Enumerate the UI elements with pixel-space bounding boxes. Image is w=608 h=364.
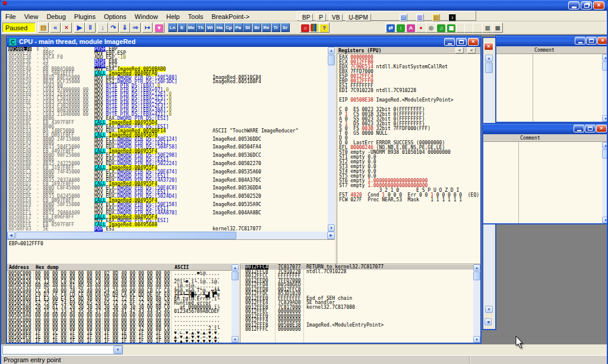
disassembly-pane[interactable]: 00508E38$55PUSH EBP00508E39.8BECMOV EBP,… — [7, 47, 328, 232]
green-window-icon[interactable]: ▦ — [446, 23, 457, 33]
comment-list[interactable]: ▲ ▼ — [483, 142, 607, 223]
menu-item-options[interactable]: Options — [100, 12, 131, 22]
minimize-icon[interactable] — [444, 38, 455, 46]
menu-item-view[interactable]: View — [20, 12, 43, 22]
minimize-icon[interactable] — [575, 37, 585, 45]
disasm-row[interactable]: 00508E3B.83C4 F0ADD ESP,-10 — [7, 55, 328, 59]
stack-row[interactable]: 0012FFEC00000000 — [240, 309, 473, 314]
help-icon[interactable]: ? — [319, 23, 330, 33]
pane-button-st[interactable]: St — [243, 23, 252, 32]
plugin-button-bp[interactable]: BP — [299, 14, 313, 21]
pane-button-wi[interactable]: Wi — [205, 23, 214, 32]
spiral-icon[interactable]: ◎ — [426, 23, 436, 33]
minimize-button[interactable] — [568, 1, 580, 10]
menu-item-help[interactable]: Help — [162, 12, 184, 22]
return-icon[interactable]: ↦ — [142, 23, 153, 33]
window-titlebar[interactable]: × — [483, 124, 607, 134]
comment-column-header[interactable]: Comment — [520, 135, 540, 141]
plugin-button-p[interactable]: P — [316, 14, 326, 21]
open-file-icon[interactable]: ▤ — [38, 23, 49, 33]
pane-button-cp[interactable]: Cp — [224, 23, 233, 32]
menu-item-breakpoint[interactable]: BreakPoint-> — [207, 12, 254, 22]
comment-column-header[interactable]: Comment — [534, 48, 555, 53]
maximize-icon[interactable] — [456, 38, 467, 46]
dump-pane[interactable]: 0050C00000 00 00 0000 00 00 0002 8D 40 0… — [7, 264, 239, 343]
stack-row[interactable]: 0012FFD80012FFC8 — [240, 287, 473, 292]
close-program-icon[interactable]: × — [61, 23, 72, 33]
close-icon[interactable]: × — [484, 43, 493, 50]
stack-row[interactable]: 0012FFD07FFD7000 — [240, 278, 473, 283]
disasm-row[interactable]: 00508EFE.E8 8597F8FFCALL ImageRed.004956… — [7, 223, 328, 227]
scrollbar[interactable]: ▲ ▼ — [602, 54, 607, 122]
command-combobox[interactable]: ▼ — [2, 345, 123, 354]
pane-button-ln[interactable]: Ln — [168, 23, 177, 32]
disasm-vscrollbar[interactable]: ▲ ▼ — [328, 47, 335, 232]
layout-columns-icon[interactable]: ▥ — [482, 23, 493, 33]
animate-into-icon[interactable]: ⇓ — [119, 23, 130, 33]
menu-item-plugins[interactable]: Plugins — [70, 12, 100, 22]
green-note-icon[interactable]: ♫ — [436, 23, 446, 33]
pane-button-br[interactable]: Br — [252, 23, 261, 32]
chevron-left-icon[interactable]: < — [455, 48, 464, 53]
pane-button-pa[interactable]: Pa — [234, 23, 243, 32]
stack-row[interactable]: 0012FFDC853D1020 — [240, 292, 473, 296]
disasm-row[interactable]: 00508F03.5EPOP ESIkernel32.7C817077 — [7, 227, 328, 231]
step-over-icon[interactable]: ↷ — [108, 23, 119, 33]
stack-row[interactable]: 0012FFF800508E38ImageRed.<ModuleEntryPoi… — [240, 323, 473, 328]
pane-button-re[interactable]: Re — [262, 23, 271, 32]
notes-icon[interactable]: ▤ — [400, 14, 407, 21]
stack-row[interactable]: 0012FFE47C839AD8SE handler — [240, 300, 473, 305]
scrollbar[interactable]: ▲ ▼ — [602, 142, 607, 223]
chevron-left-icon[interactable]: < — [467, 48, 476, 53]
stack-row[interactable]: 0012FFF000000000 — [240, 314, 473, 319]
stack-row[interactable]: 0012FFFC00000000 — [240, 327, 473, 332]
pane-button-th[interactable]: Th — [196, 23, 205, 32]
column-headers[interactable]: Comment — [483, 134, 607, 142]
pause-icon[interactable]: ‖ — [85, 23, 96, 33]
close-icon[interactable]: × — [597, 37, 607, 45]
pane-button-e[interactable]: E — [178, 23, 186, 32]
run-icon[interactable]: ▶ — [74, 23, 85, 33]
stack-row[interactable]: 0012FFD48054B6ED — [240, 283, 473, 287]
disasm-hscrollbar[interactable]: ◀ ▶ — [7, 232, 335, 239]
menu-item-debug[interactable]: Debug — [42, 12, 69, 22]
plugin-button-vb[interactable]: VB — [329, 14, 343, 21]
pane-button-ha[interactable]: Ha — [215, 23, 224, 32]
maximize-icon[interactable] — [585, 125, 596, 132]
log-icon[interactable]: ▥ — [416, 14, 424, 21]
layout-mixed-icon[interactable]: ▩ — [492, 23, 503, 33]
cpu-titlebar[interactable]: CCPU - main thread, module ImageRed × — [7, 37, 480, 47]
pane-button-sr[interactable]: Sr — [281, 23, 290, 32]
chevron-down-icon[interactable]: ▼ — [113, 346, 122, 354]
stack-row[interactable]: 0012FFE87C817080kernel32.7C817080 — [240, 305, 473, 310]
dump-row[interactable]: 0050C1001F 00 1E 001F 00 1F 001F 00 1F 0… — [7, 339, 239, 343]
swap-arrows-icon[interactable]: ⇄ — [385, 23, 396, 33]
scroll-left-icon[interactable]: ◀ — [484, 318, 492, 325]
breakpoint-pink-icon[interactable]: ▼ — [154, 23, 164, 33]
step-into-icon[interactable]: ↓ — [97, 23, 108, 33]
stack-pane[interactable]: 0012FFC47C817077RETURN to kernel32.7C817… — [240, 264, 480, 343]
disasm-row[interactable]: 00508E38$55PUSH EBP — [7, 47, 328, 51]
stack-row[interactable]: 0012FFE0FFFFFFFFEnd of SEH chain — [240, 296, 473, 301]
restart-icon[interactable]: « — [50, 23, 61, 33]
window-titlebar[interactable]: × — [496, 36, 607, 46]
animate-over-icon[interactable]: ⇒ — [130, 23, 141, 33]
stack-vscrollbar[interactable]: ▲ ▼ — [473, 264, 480, 343]
pane-button-me[interactable]: Me — [187, 23, 196, 32]
minimize-icon[interactable] — [574, 125, 584, 132]
plugin-button-u-bpm[interactable]: U-BPM — [346, 14, 370, 21]
folder-icon[interactable]: ▧ — [432, 14, 440, 21]
restore-button[interactable] — [581, 1, 592, 10]
close-icon[interactable]: × — [468, 38, 479, 46]
console-icon[interactable]: › — [448, 14, 456, 21]
dump-vscrollbar[interactable]: ▲ ▼ — [232, 264, 239, 343]
record-dot-icon[interactable]: ● — [416, 23, 426, 33]
menu-item-file[interactable]: File — [1, 12, 20, 22]
stack-row[interactable]: 0012FFC87C910228ntdll.7C910228 — [240, 270, 473, 274]
column-headers[interactable]: Comment — [496, 46, 607, 54]
disasm-row[interactable]: 00508E3E.53PUSH EBX — [7, 59, 328, 64]
menu-item-window[interactable]: Window — [131, 12, 162, 22]
pane-button-tr[interactable]: Tr — [271, 23, 280, 32]
close-icon[interactable]: × — [596, 125, 607, 132]
maximize-icon[interactable] — [586, 37, 597, 45]
